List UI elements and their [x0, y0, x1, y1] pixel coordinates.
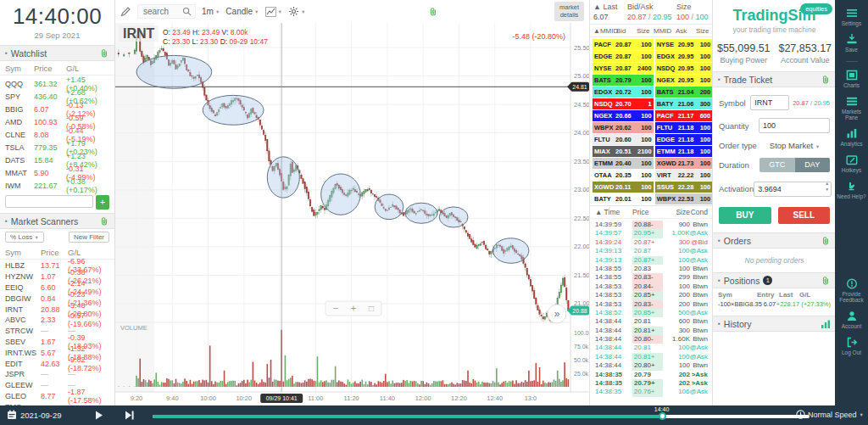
tape-row: 14:39:2420.87+300@Bid — [590, 238, 713, 247]
bid-row[interactable]: FLTU20.60100 — [593, 134, 654, 145]
quantity-field[interactable] — [759, 118, 830, 133]
paperclip-icon[interactable] — [821, 75, 831, 85]
nav-item-charts[interactable]: Charts — [835, 70, 868, 88]
paperclip-icon[interactable] — [99, 48, 109, 59]
quote-row[interactable]: GLEO8.77-1.87 (-17.58%) — [0, 391, 114, 402]
quote-row[interactable]: EDIT42.63-9.82 (-18.72%) — [0, 358, 114, 369]
nav-item-account[interactable]: Account — [835, 310, 868, 329]
paperclip-icon[interactable] — [821, 276, 831, 286]
svg-text:10:00: 10:00 — [200, 394, 216, 402]
symbol-search[interactable] — [137, 4, 196, 19]
symbol-search-input[interactable] — [142, 6, 182, 17]
settings-icon — [846, 8, 858, 19]
svg-text:25.50: 25.50 — [574, 44, 590, 52]
duration-day-button[interactable]: DAY — [795, 158, 831, 172]
ask-row[interactable]: EDGX20.95100 — [655, 51, 713, 62]
bid-row[interactable]: BATS20.79100 — [593, 75, 654, 86]
position-row[interactable]: -100×BBIG 8.35 6.07 +228.17 (+27.33%) — [713, 299, 836, 309]
playback-date[interactable]: 2021-09-29 — [20, 411, 62, 420]
symbol-field[interactable] — [750, 95, 789, 110]
ask-row[interactable]: NYSE20.95100 — [655, 39, 713, 50]
nav-item-logout[interactable]: Log Out — [835, 337, 868, 355]
ask-row[interactable]: PACF21.17600 — [655, 110, 713, 121]
scanner-filter-dropdown[interactable]: % Loss ▼ — [5, 232, 44, 243]
tape-row: 14:38:4420.81100@Ask — [590, 344, 713, 352]
bid-row[interactable]: PACF20.87100 — [593, 39, 654, 50]
bid-row[interactable]: EDGE20.87100 — [593, 51, 654, 62]
bid-row[interactable]: BATY20.01100 — [593, 193, 654, 204]
bid-row[interactable]: NSDQ20.701 — [593, 98, 654, 109]
paperclip-icon[interactable] — [99, 216, 109, 226]
playback-slider[interactable]: 14:40 — [153, 415, 810, 418]
chart-settings-dropdown[interactable]: ▼ — [288, 6, 305, 17]
nav-item-markets[interactable]: Markets Pane — [835, 96, 868, 120]
bid-row[interactable]: MIAX20.512100 — [593, 146, 654, 157]
bid-row[interactable]: ETMM20.40100 — [593, 158, 654, 169]
activation-stepper[interactable]: ▲▼ — [825, 181, 829, 193]
nav-item-hotkeys[interactable]: Hotkeys — [835, 154, 868, 173]
play-icon[interactable] — [95, 411, 103, 420]
bid-row[interactable]: NYSE20.872400 — [593, 63, 654, 74]
price-chart[interactable]: 25.5025.0024.5024.0023.5023.0022.5022.00… — [115, 23, 589, 405]
market-details-button[interactable]: marketdetails — [554, 2, 584, 21]
ask-row[interactable]: ETMM21.18100 — [655, 146, 713, 157]
quote-row[interactable]: ABVC2.33-0.57 (-19.66%) — [0, 315, 114, 326]
paperclip-icon[interactable] — [428, 7, 438, 17]
trade-ticket-header[interactable]: ▪Trade Ticket — [713, 71, 836, 87]
skip-to-end-icon[interactable] — [125, 411, 134, 420]
calendar-icon[interactable] — [7, 410, 17, 420]
bid-row[interactable]: NGEX20.66100 — [593, 110, 654, 121]
nav-item-help[interactable]: Need Help? — [835, 181, 868, 199]
ask-row[interactable]: WBPX22.53100 — [655, 193, 713, 204]
ask-row[interactable]: NGEX20.95100 — [655, 75, 713, 86]
tradingsim-app: 14:40:00 29 Sep 2021 ▪ Watchlist Sym Pri… — [0, 0, 868, 425]
bid-row[interactable]: XGWD20.11100 — [593, 182, 654, 193]
orders-header[interactable]: ▪Orders — [713, 232, 836, 249]
ask-row[interactable]: SSUS22.28100 — [655, 182, 713, 193]
positions-header[interactable]: ▪Positions 1 — [713, 272, 836, 288]
interval-dropdown[interactable]: 1m ▼ — [202, 7, 220, 16]
new-filter-button[interactable]: New Filter — [69, 232, 109, 243]
nav-item-feedback[interactable]: Provide Feedback — [835, 278, 868, 303]
history-header[interactable]: ▪History — [713, 316, 836, 332]
ask-row[interactable]: NSDQ20.95100 — [655, 63, 713, 74]
playback-bar: 2021-09-29 14:40 Normal Speed▼ — [0, 405, 868, 425]
tape-row: 14:38:5520.83-299Btwn — [590, 273, 713, 282]
scanners-header[interactable]: ▪ Market Scanners — [0, 213, 114, 229]
ask-row[interactable]: VIRT22.22100 — [655, 170, 713, 181]
nav-item-settings[interactable]: Settings — [835, 8, 868, 26]
nav-item-analytics[interactable]: Analytics — [835, 128, 868, 147]
order-type-dropdown[interactable]: Stop Market ▼ — [760, 141, 830, 150]
quote-row[interactable]: IWM221.67+0.38 (+0.17%) — [0, 179, 114, 192]
trade-panel: equities TradingSim your trading time ma… — [712, 0, 836, 405]
activation-field[interactable] — [754, 182, 832, 197]
ask-row[interactable]: BATS21.04200 — [655, 87, 713, 98]
nav-item-save[interactable]: Save — [835, 34, 868, 53]
col-price: Price — [41, 248, 68, 257]
hotkeys-icon — [846, 154, 858, 165]
ask-row[interactable]: XGWD21.73100 — [655, 158, 713, 169]
compare-chart-dropdown[interactable]: ▼ — [265, 7, 282, 17]
bid-row[interactable]: EDGX20.72100 — [593, 87, 654, 98]
bid-row[interactable]: WBPX20.62100 — [593, 122, 654, 133]
duration-gtc-button[interactable]: GTC — [760, 158, 795, 172]
quote-row[interactable]: JSPR—— — [0, 369, 114, 380]
watchlist-add-button[interactable]: + — [96, 195, 109, 210]
tape-row: 14:39:1320.87+100@Ask — [590, 256, 713, 265]
draw-pencil-icon[interactable] — [120, 6, 131, 17]
watchlist-header[interactable]: ▪ Watchlist — [0, 45, 114, 61]
ask-row[interactable]: BATY21.06300 — [655, 98, 713, 109]
svg-text:24.50: 24.50 — [574, 101, 590, 109]
charttype-dropdown[interactable]: Candle ▼ — [225, 7, 259, 16]
sell-button[interactable]: SELL — [778, 207, 831, 224]
order-type-label: Order type — [719, 141, 760, 150]
buy-button[interactable]: BUY — [719, 207, 771, 224]
watchlist-add-input[interactable] — [5, 195, 93, 208]
paperclip-icon[interactable] — [821, 236, 831, 246]
playback-thumb[interactable] — [659, 412, 666, 420]
ask-row[interactable]: EDGE21.18100 — [655, 134, 713, 145]
ask-row[interactable]: FLTU21.18100 — [655, 122, 713, 133]
history-chart-icon[interactable] — [821, 319, 831, 329]
bid-row[interactable]: OTAA20.35100 — [593, 170, 654, 181]
speed-selector[interactable]: Normal Speed▼ — [796, 410, 864, 419]
